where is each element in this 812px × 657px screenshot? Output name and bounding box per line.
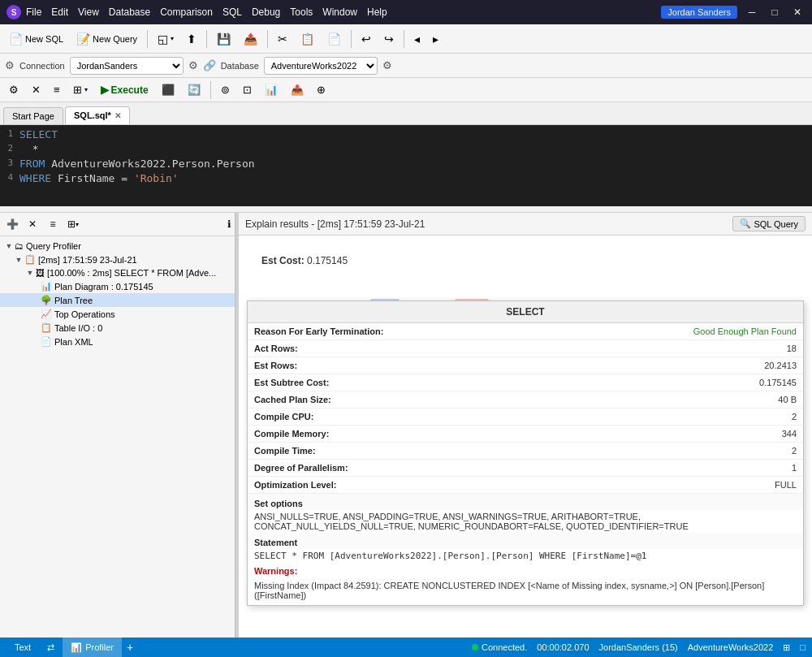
menu-window[interactable]: Window bbox=[322, 6, 357, 18]
tree-plan-tree[interactable]: 🌳 Plan Tree bbox=[0, 293, 235, 307]
open-button[interactable]: ◱▾ bbox=[152, 29, 179, 49]
menu-help[interactable]: Help bbox=[367, 6, 387, 18]
sql-query-icon: 🔍 bbox=[740, 218, 751, 229]
status-tab-icon[interactable]: ⇄ bbox=[39, 638, 63, 657]
execute-button[interactable]: ▶ Execute bbox=[95, 81, 154, 98]
export2-button[interactable]: 📤 bbox=[285, 81, 309, 98]
profiler-tree: ▼ 🗂 Query Profiler ▼ 📋 [2ms] 17:51:59 23… bbox=[0, 236, 235, 638]
popup-value-cpu: 2 bbox=[498, 408, 803, 426]
conn-settings-icon[interactable]: ⚙ bbox=[188, 59, 198, 71]
sql-where-line: WHERE FirstName = 'Robin' bbox=[19, 172, 812, 184]
main-area: 1 SELECT 2 * 3 FROM AdventureWorks2022.P… bbox=[0, 125, 812, 638]
reload-icon: 🔄 bbox=[188, 84, 201, 96]
cut-button[interactable]: ✂ bbox=[272, 29, 293, 49]
line-num-4: 4 bbox=[0, 172, 19, 183]
menu-sql[interactable]: SQL bbox=[222, 6, 242, 18]
format-button[interactable]: ≡ bbox=[48, 81, 66, 98]
undo-button[interactable]: ↩ bbox=[356, 29, 377, 49]
forward-button[interactable]: ▸ bbox=[427, 29, 444, 49]
plan-area: Est Cost: 0.175145 0.0 % bbox=[239, 236, 812, 638]
refresh-icon-btn[interactable]: ⚙ bbox=[3, 81, 24, 98]
collapse-profiler-btn[interactable]: ≡ bbox=[44, 215, 62, 233]
plan-diagram[interactable]: Est Cost: 0.175145 0.0 % bbox=[239, 236, 812, 638]
menu-debug[interactable]: Debug bbox=[252, 6, 280, 18]
status-tab-text[interactable]: Text bbox=[6, 638, 39, 657]
menu-view[interactable]: View bbox=[78, 6, 99, 18]
sql-editor[interactable]: 1 SELECT 2 * 3 FROM AdventureWorks2022.P… bbox=[0, 125, 812, 206]
execute-label: Execute bbox=[111, 84, 149, 96]
add-profiler-btn[interactable]: ➕ bbox=[3, 215, 21, 233]
menu-comparison[interactable]: Comparison bbox=[160, 6, 213, 18]
status-tab-profiler[interactable]: 📊 Profiler bbox=[63, 638, 122, 657]
tree-root[interactable]: ▼ 🗂 Query Profiler bbox=[0, 240, 235, 253]
export-button[interactable]: 📤 bbox=[238, 29, 263, 49]
grid-button[interactable]: ⊞▾ bbox=[67, 81, 93, 98]
remove-profiler-btn[interactable]: ✕ bbox=[24, 215, 41, 233]
tree-top-operations[interactable]: 📈 Top Operations bbox=[0, 307, 235, 321]
reload-button[interactable]: 🔄 bbox=[182, 81, 206, 98]
query-icon: 🖼 bbox=[36, 268, 45, 278]
connection-select[interactable]: JordanSanders bbox=[70, 57, 184, 75]
user-badge: Jordan Sanders bbox=[661, 6, 737, 19]
menu-tools[interactable]: Tools bbox=[290, 6, 313, 18]
tree-plan-xml[interactable]: 📄 Plan XML bbox=[0, 335, 235, 348]
database-select[interactable]: AdventureWorks2022 bbox=[264, 57, 378, 75]
tree-query[interactable]: ▼ 🖼 [100.00% : 2ms] SELECT * FROM [Adve.… bbox=[0, 266, 235, 279]
back-button[interactable]: ◂ bbox=[408, 29, 425, 49]
popup-label-act-rows: Act Rows: bbox=[248, 340, 498, 357]
new-sql-button[interactable]: 📄 New SQL bbox=[3, 29, 69, 49]
tab-start-page[interactable]: Start Page bbox=[3, 107, 63, 124]
save-button[interactable]: 💾 bbox=[211, 29, 236, 49]
tree-session[interactable]: ▼ 📋 [2ms] 17:51:59 23-Jul-21 bbox=[0, 253, 235, 266]
paste-button[interactable]: 📄 bbox=[322, 29, 347, 49]
popup-warnings-header: Warnings: bbox=[248, 563, 803, 579]
table-io-icon: 📋 bbox=[41, 322, 52, 333]
status-add-button[interactable]: + bbox=[122, 641, 138, 654]
tree-plan-diagram[interactable]: 📊 Plan Diagram : 0.175145 bbox=[0, 279, 235, 293]
popup-label-time: Compile Time: bbox=[248, 443, 498, 460]
tree-table-io[interactable]: 📋 Table I/O : 0 bbox=[0, 321, 235, 335]
upload-button[interactable]: ⬆ bbox=[181, 29, 202, 49]
close-button[interactable]: ✕ bbox=[789, 4, 806, 20]
copy-button[interactable]: 📋 bbox=[295, 29, 320, 49]
plan-button[interactable]: ⊚ bbox=[215, 81, 235, 98]
title-bar-left: S File Edit View Database Comparison SQL… bbox=[6, 5, 387, 19]
profiler-info-btn[interactable]: ℹ bbox=[227, 218, 231, 230]
menu-database[interactable]: Database bbox=[109, 6, 150, 18]
chart-button[interactable]: 📊 bbox=[259, 81, 283, 98]
sql-keyword-select: SELECT bbox=[19, 128, 812, 140]
title-bar-right: Jordan Sanders ─ □ ✕ bbox=[661, 4, 806, 20]
toolbar-separator-1 bbox=[147, 30, 148, 48]
menu-file[interactable]: File bbox=[26, 6, 41, 18]
plan-xml-label: Plan XML bbox=[54, 337, 93, 347]
redo-button[interactable]: ↪ bbox=[378, 29, 400, 49]
popup-row-memory: Compile Memory: 344 bbox=[248, 426, 803, 443]
layout-profiler-btn[interactable]: ⊞▾ bbox=[64, 215, 82, 233]
tab-sql[interactable]: SQL.sql* ✕ bbox=[65, 106, 130, 124]
db-settings-icon[interactable]: ⚙ bbox=[382, 59, 392, 71]
popup-value-time: 2 bbox=[498, 443, 803, 460]
menu-edit[interactable]: Edit bbox=[51, 6, 68, 18]
stop-button[interactable]: ✕ bbox=[26, 81, 46, 98]
title-bar: S File Edit View Database Comparison SQL… bbox=[0, 0, 812, 24]
paste-icon: 📄 bbox=[327, 32, 341, 45]
stop2-button[interactable]: ⬛ bbox=[156, 81, 180, 98]
layout-icon-btn[interactable]: ⊞ bbox=[783, 642, 790, 653]
line-num-2: 2 bbox=[0, 143, 19, 153]
minimize-button[interactable]: ─ bbox=[744, 4, 760, 20]
sql-query-button[interactable]: 🔍 SQL Query bbox=[732, 216, 806, 231]
root-icon: 🗂 bbox=[15, 241, 24, 251]
forward-icon: ▸ bbox=[433, 32, 438, 45]
new-query-button[interactable]: 📝 New Query bbox=[71, 29, 143, 49]
bottom-content: ➕ ✕ ≡ ⊞▾ ℹ ▼ 🗂 Query Profiler ▼ bbox=[0, 213, 812, 638]
fullscreen-icon-btn[interactable]: □ bbox=[800, 642, 806, 652]
conn-refresh-icon[interactable]: 🔗 bbox=[203, 59, 216, 71]
more-button[interactable]: ⊕ bbox=[311, 81, 331, 98]
chart-icon: 📊 bbox=[265, 84, 278, 96]
tab-sql-close[interactable]: ✕ bbox=[114, 111, 121, 120]
db-status-label: AdventureWorks2022 bbox=[688, 642, 774, 652]
grid-icon: ⊞ bbox=[73, 84, 82, 96]
popup-row-optimization: Optimization Level: FULL bbox=[248, 477, 803, 494]
table-button[interactable]: ⊡ bbox=[237, 81, 257, 98]
maximize-button[interactable]: □ bbox=[767, 4, 783, 20]
